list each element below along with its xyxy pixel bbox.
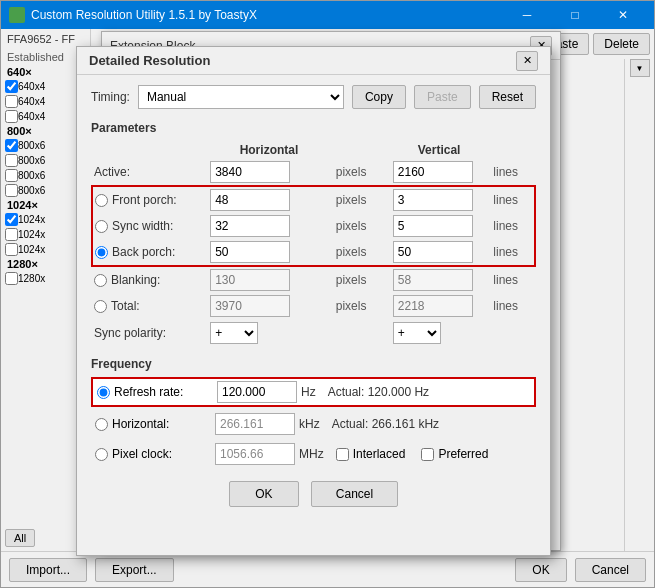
res-640x4-3-check[interactable] [5, 110, 18, 123]
front-porch-radio[interactable] [95, 194, 108, 207]
refresh-rate-text: Refresh rate: [114, 385, 183, 399]
total-text: Total: [111, 299, 140, 313]
front-porch-label: Front porch: [92, 186, 206, 213]
blanking-vert-input [393, 269, 473, 291]
import-button[interactable]: Import... [9, 558, 87, 582]
sync-width-radio[interactable] [95, 220, 108, 233]
horizontal-freq-actual: Actual: 266.161 kHz [332, 417, 439, 431]
front-porch-vert-cell [389, 186, 489, 213]
front-porch-horiz-input[interactable] [210, 189, 290, 211]
back-porch-vert-unit: lines [489, 239, 535, 266]
export-button[interactable]: Export... [95, 558, 174, 582]
sync-width-vert-unit: lines [489, 213, 535, 239]
bottom-cancel-button[interactable]: Cancel [575, 558, 646, 582]
res-1024x-1-check[interactable] [5, 213, 18, 226]
table-row: Active: pixels lines [92, 159, 535, 186]
total-radio[interactable] [94, 300, 107, 313]
res-640x4-2-check[interactable] [5, 95, 18, 108]
table-row: Blanking: pixels lines [92, 266, 535, 293]
sync-width-horiz-input[interactable] [210, 215, 290, 237]
res-640x4-3-text: 640x4 [18, 111, 45, 122]
vert-polarity-select[interactable]: + - [393, 322, 441, 344]
horiz-polarity-select[interactable]: + - [210, 322, 258, 344]
copy-button[interactable]: Copy [352, 85, 406, 109]
delete-button[interactable]: Delete [593, 33, 650, 55]
horiz-polarity-cell: + - [206, 319, 332, 347]
interlaced-checkbox[interactable] [336, 448, 349, 461]
arrow-down-button[interactable]: ▼ [630, 59, 650, 77]
bottom-bar: Import... Export... OK Cancel [1, 551, 654, 587]
bottom-ok-button[interactable]: OK [515, 558, 566, 582]
preferred-checkbox[interactable] [421, 448, 434, 461]
refresh-rate-input[interactable] [217, 381, 297, 403]
res-1024x-2-text: 1024x [18, 229, 45, 240]
res-800x6-4-check[interactable] [5, 184, 18, 197]
vert-polarity-cell: + - [389, 319, 489, 347]
back-porch-text: Back porch: [112, 245, 175, 259]
res-800x6-3-check[interactable] [5, 169, 18, 182]
sync-polarity-label: Sync polarity: [92, 319, 206, 347]
table-row: Total: pixels lines [92, 293, 535, 319]
main-titlebar: Custom Resolution Utility 1.5.1 by Toast… [1, 1, 654, 29]
reset-button[interactable]: Reset [479, 85, 536, 109]
horizontal-freq-input[interactable] [215, 413, 295, 435]
front-porch-text: Front porch: [112, 193, 177, 207]
detail-dialog-title: Detailed Resolution [89, 53, 210, 68]
timing-select[interactable]: Manual CVT GTF CVT-RB CVT-RBv2 [138, 85, 344, 109]
front-porch-vert-input[interactable] [393, 189, 473, 211]
table-row: Sync width: pixels lines [92, 213, 535, 239]
cancel-button[interactable]: Cancel [311, 481, 398, 507]
refresh-rate-actual: Actual: 120.000 Hz [328, 385, 429, 399]
active-horiz-cell [206, 159, 332, 186]
sync-polarity-row: Sync polarity: + - + - [92, 319, 535, 347]
bottom-ok-cancel: OK Cancel [515, 558, 646, 582]
res-1024x-3-check[interactable] [5, 243, 18, 256]
res-1280x-1-check[interactable] [5, 272, 18, 285]
table-row: Front porch: pixels lines [92, 186, 535, 213]
dialog-footer: OK Cancel [91, 481, 536, 507]
horizontal-freq-radio[interactable] [95, 418, 108, 431]
blanking-text: Blanking: [111, 273, 160, 287]
back-porch-horiz-unit: pixels [332, 239, 389, 266]
front-porch-horiz-unit: pixels [332, 186, 389, 213]
maximize-button[interactable]: □ [552, 1, 598, 29]
active-horiz-input[interactable] [210, 161, 290, 183]
res-800x6-2-check[interactable] [5, 154, 18, 167]
detail-dialog-titlebar: Detailed Resolution ✕ [77, 47, 550, 75]
res-800x6-1-check[interactable] [5, 139, 18, 152]
ok-button[interactable]: OK [229, 481, 299, 507]
table-row: Back porch: pixels lines [92, 239, 535, 266]
minimize-button[interactable]: ─ [504, 1, 550, 29]
pixel-clock-input[interactable] [215, 443, 295, 465]
res-800x6-3-text: 800x6 [18, 170, 45, 181]
paste-button-detail[interactable]: Paste [414, 85, 471, 109]
sync-width-vert-input[interactable] [393, 215, 473, 237]
pixel-clock-unit: MHz [299, 447, 324, 461]
refresh-rate-radio[interactable] [97, 386, 110, 399]
detail-dialog-close[interactable]: ✕ [516, 51, 538, 71]
res-1024x-2-check[interactable] [5, 228, 18, 241]
back-porch-label: Back porch: [92, 239, 206, 266]
all-button[interactable]: All [5, 529, 35, 547]
res-640x4-1-check[interactable] [5, 80, 18, 93]
res-800x6-2-text: 800x6 [18, 155, 45, 166]
close-button[interactable]: ✕ [600, 1, 646, 29]
back-porch-horiz-input[interactable] [210, 241, 290, 263]
active-vert-input[interactable] [393, 161, 473, 183]
active-horiz-unit: pixels [332, 159, 389, 186]
back-porch-horiz-cell [206, 239, 332, 266]
blanking-radio[interactable] [94, 274, 107, 287]
res-800x6-1-text: 800x6 [18, 140, 45, 151]
total-vert-input [393, 295, 473, 317]
main-window: Custom Resolution Utility 1.5.1 by Toast… [0, 0, 655, 588]
total-horiz-cell [206, 293, 332, 319]
blanking-label: Blanking: [92, 266, 206, 293]
back-porch-vert-input[interactable] [393, 241, 473, 263]
app-title: Custom Resolution Utility 1.5.1 by Toast… [31, 8, 257, 22]
total-vert-unit: lines [489, 293, 535, 319]
blanking-vert-unit: lines [489, 266, 535, 293]
back-porch-radio[interactable] [95, 246, 108, 259]
sync-width-horiz-cell [206, 213, 332, 239]
pixel-clock-radio[interactable] [95, 448, 108, 461]
res-1024x-1-text: 1024x [18, 214, 45, 225]
